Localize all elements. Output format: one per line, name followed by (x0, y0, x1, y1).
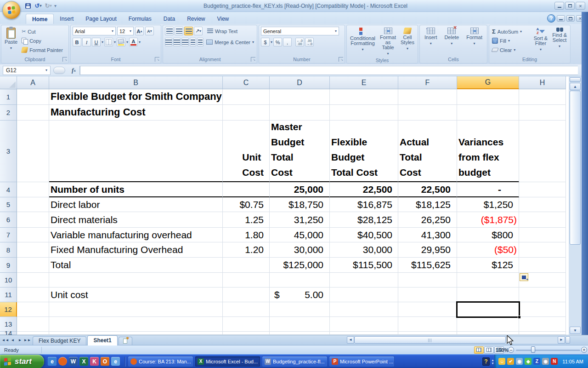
merge-center-button[interactable]: Merge & Center▾ (205, 38, 255, 46)
network-tray-icon[interactable]: ◆ (525, 358, 531, 365)
cell-F1[interactable] (398, 89, 457, 105)
cell-C10[interactable] (223, 273, 270, 288)
office-button[interactable] (2, 1, 21, 19)
fill-color-button[interactable] (117, 38, 125, 46)
cell-A10[interactable] (17, 273, 49, 288)
horizontal-scrollbar[interactable]: ◄ ► (347, 336, 570, 344)
sort-filter-button[interactable]: AZ Sort & Filter▾ (532, 27, 549, 56)
cell-B8[interactable]: Fixed Manufacturing Overhead (49, 242, 223, 258)
tab-data[interactable]: Data (158, 14, 181, 24)
taskbar-window-budgeting-practice-fl-[interactable]: WBudgeting_practice-fl... (262, 356, 328, 367)
cell-F14[interactable] (398, 332, 457, 335)
cell-B14[interactable] (49, 332, 223, 335)
cell-H1[interactable] (519, 89, 566, 105)
cell-F10[interactable] (398, 273, 457, 288)
scroll-up-button[interactable]: ▲ (570, 83, 581, 90)
align-center-button[interactable] (173, 38, 181, 46)
column-header-F[interactable]: F (398, 76, 457, 89)
cell-F13[interactable] (398, 317, 457, 332)
row-header-12[interactable]: 12 (0, 302, 17, 317)
cell-F6[interactable]: 26,250 (398, 212, 457, 228)
cell-F7[interactable]: 41,300 (398, 228, 457, 242)
cell-E4[interactable]: 22,500 (330, 182, 398, 197)
cell-F11[interactable] (398, 288, 457, 302)
cell-E11[interactable] (330, 288, 398, 302)
cell-G1[interactable] (457, 89, 519, 105)
workbook-minimize-button[interactable] (557, 15, 565, 22)
shield-tray-icon[interactable]: ✔ (507, 358, 514, 365)
cell-G3[interactable]: Variances from flex budget (457, 121, 519, 182)
cell-A13[interactable] (17, 317, 49, 332)
cell-G5[interactable]: $1,250 (457, 197, 519, 212)
shrink-font-button[interactable]: A▾ (145, 27, 154, 35)
cell-F5[interactable]: $18,125 (398, 197, 457, 212)
wrap-text-button[interactable]: Wrap Text (206, 27, 238, 35)
fill-button[interactable]: ↓Fill▾ (491, 37, 531, 45)
cell-C1[interactable] (223, 89, 270, 105)
cell-G6[interactable]: ($1,875) (457, 212, 519, 228)
align-bottom-button[interactable] (184, 27, 193, 35)
cell-E8[interactable]: 30,000 (330, 242, 398, 258)
formula-input[interactable] (80, 66, 578, 75)
undo-button[interactable]: ↺▾ (34, 2, 42, 10)
cell-C8[interactable]: 1.20 (223, 242, 270, 258)
cell-D7[interactable]: 45,000 (270, 228, 330, 242)
cell-B3[interactable] (49, 121, 223, 182)
cell-B13[interactable] (49, 317, 223, 332)
previous-sheet-button[interactable]: ◄ (9, 337, 16, 344)
cell-D11[interactable]: $5.00 (270, 288, 330, 302)
taskbar-window-course-ba-213-man-[interactable]: Course: BA 213: Man... (128, 356, 193, 367)
selection-border[interactable] (456, 301, 520, 318)
cell-G2[interactable] (457, 105, 519, 121)
align-left-button[interactable] (165, 38, 172, 46)
insert-cells-button[interactable]: Insert▾ (423, 27, 439, 56)
format-cells-button[interactable]: Format▾ (465, 27, 484, 56)
vertical-scrollbar[interactable]: ▲ ▼ (569, 76, 582, 335)
decrease-decimal-button[interactable]: .00→.0 (305, 38, 314, 46)
bold-button[interactable]: B (73, 38, 81, 46)
cell-A3[interactable] (17, 121, 49, 182)
increase-decimal-button[interactable]: ←.0.00 (295, 38, 304, 46)
paste-button[interactable]: Paste▾ (3, 27, 19, 56)
row-header-9[interactable]: 9 (0, 258, 17, 273)
zoom-in-button[interactable]: + (581, 347, 587, 353)
cell-G8[interactable]: ($50) (457, 242, 519, 258)
cell-D3[interactable]: Master Budget Total Cost (270, 121, 330, 182)
cell-B7[interactable]: Variable manufacturing overhead (49, 228, 223, 242)
font-dialog-launcher[interactable]: ↘ (155, 57, 159, 62)
increase-indent-button[interactable] (197, 38, 204, 46)
row-header-5[interactable]: 5 (0, 197, 17, 212)
cell-E2[interactable] (330, 105, 398, 121)
cell-C7[interactable]: 1.80 (223, 228, 270, 242)
cell-B12[interactable] (49, 302, 223, 317)
underline-button[interactable]: U (92, 38, 101, 46)
cell-D5[interactable]: $18,750 (270, 197, 330, 212)
insert-worksheet-tab[interactable] (119, 337, 132, 345)
grow-font-button[interactable]: A▴ (135, 27, 144, 35)
tab-review[interactable]: Review (181, 14, 211, 24)
cell-B5[interactable]: Direct labor (49, 197, 223, 212)
cell-B9[interactable]: Total (49, 258, 223, 273)
cell-B4[interactable]: Number of units (49, 182, 223, 197)
cell-E14[interactable] (330, 332, 398, 335)
cell-A2[interactable] (17, 105, 49, 121)
page-layout-view-button[interactable] (484, 346, 494, 354)
help-icon[interactable]: ? (547, 14, 555, 23)
name-box[interactable]: G12▾ (3, 66, 51, 75)
cell-C4[interactable] (223, 182, 270, 197)
accounting-format-button[interactable]: $ (261, 38, 270, 46)
font-color-button[interactable]: A (129, 38, 138, 46)
cell-styles-button[interactable]: Cell Styles▾ (399, 27, 416, 57)
word-icon[interactable]: W (69, 357, 78, 366)
cell-H2[interactable] (519, 105, 566, 121)
internet-explorer-icon[interactable]: e (48, 357, 57, 366)
cell-A1[interactable] (17, 89, 49, 105)
cell-A11[interactable] (17, 288, 49, 302)
column-header-G[interactable]: G (457, 76, 519, 89)
zoom-slider-thumb[interactable] (531, 346, 535, 353)
clear-button[interactable]: Clear▾ (491, 46, 531, 54)
cell-C12[interactable] (223, 302, 270, 317)
zonealarm-tray-icon[interactable]: Z (533, 358, 540, 365)
clipboard-dialog-launcher[interactable]: ↘ (62, 57, 67, 62)
next-sheet-button[interactable]: ► (17, 337, 23, 344)
